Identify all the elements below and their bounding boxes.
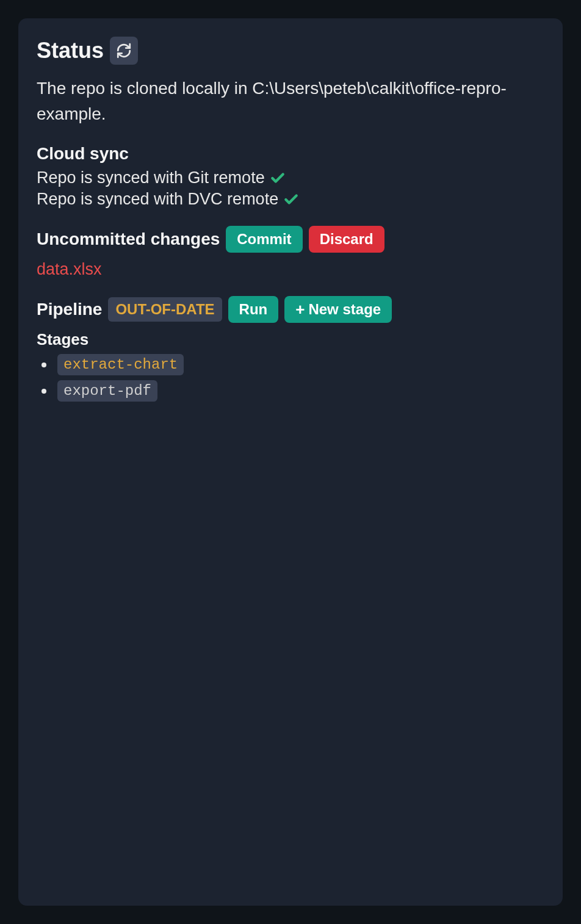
cloud-sync-section: Cloud sync Repo is synced with Git remot…	[37, 144, 544, 209]
stages-subtitle: Stages	[37, 330, 544, 349]
git-sync-text: Repo is synced with Git remote	[37, 168, 265, 187]
status-section: Status The repo is cloned locally in C:\…	[37, 37, 544, 127]
discard-button[interactable]: Discard	[309, 226, 384, 253]
list-item: extract-chart	[42, 354, 544, 375]
check-icon	[283, 192, 299, 208]
new-stage-label: New stage	[308, 301, 381, 318]
run-button[interactable]: Run	[228, 296, 279, 323]
status-panel: Status The repo is cloned locally in C:\…	[18, 18, 563, 906]
check-icon	[270, 170, 286, 186]
dvc-sync-row: Repo is synced with DVC remote	[37, 190, 544, 209]
new-stage-button[interactable]: + New stage	[284, 296, 392, 323]
list-item: export-pdf	[42, 380, 544, 402]
status-description: The repo is cloned locally in C:\Users\p…	[37, 76, 544, 127]
refresh-icon	[116, 43, 132, 59]
refresh-button[interactable]	[110, 37, 138, 65]
pipeline-title: Pipeline	[37, 300, 102, 319]
changed-file: data.xlsx	[37, 260, 544, 279]
stage-list: extract-chart export-pdf	[37, 354, 544, 402]
plus-icon: +	[295, 301, 305, 317]
uncommitted-title: Uncommitted changes	[37, 229, 220, 249]
bullet-icon	[42, 389, 46, 394]
bullet-icon	[42, 363, 46, 367]
pipeline-status-badge: OUT-OF-DATE	[108, 297, 222, 322]
stage-chip[interactable]: export-pdf	[57, 380, 157, 402]
pipeline-header: Pipeline OUT-OF-DATE Run + New stage	[37, 296, 544, 323]
status-title: Status	[37, 38, 104, 63]
git-sync-row: Repo is synced with Git remote	[37, 168, 544, 187]
cloud-sync-title: Cloud sync	[37, 144, 544, 164]
pipeline-section: Pipeline OUT-OF-DATE Run + New stage Sta…	[37, 296, 544, 402]
commit-button[interactable]: Commit	[226, 226, 302, 253]
stage-chip[interactable]: extract-chart	[57, 354, 184, 375]
uncommitted-section: Uncommitted changes Commit Discard data.…	[37, 226, 544, 279]
uncommitted-header: Uncommitted changes Commit Discard	[37, 226, 544, 253]
dvc-sync-text: Repo is synced with DVC remote	[37, 190, 278, 209]
status-header: Status	[37, 37, 544, 65]
